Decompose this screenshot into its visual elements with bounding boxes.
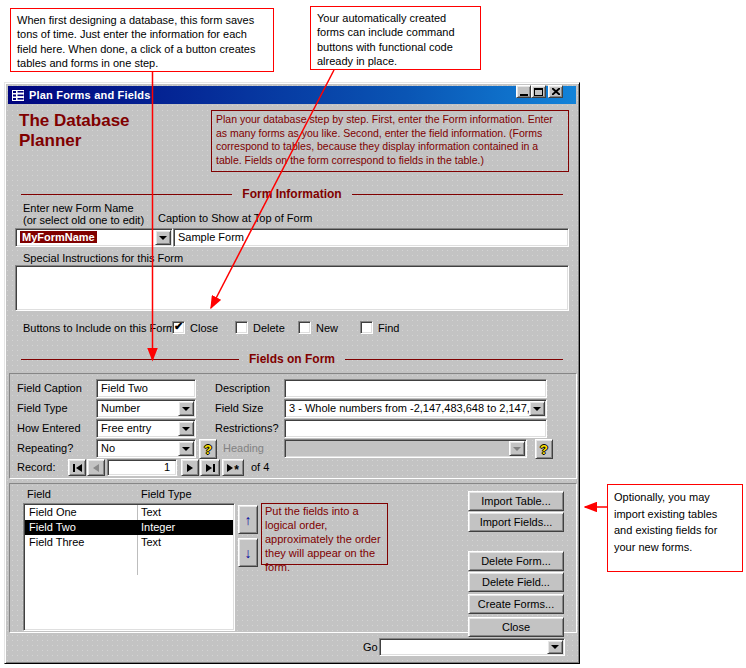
- field-size-value: 3 - Whole numbers from -2,147,483,648 to…: [289, 402, 529, 414]
- first-record-button[interactable]: [68, 459, 86, 476]
- section-fields-on-form: Fields on Form: [21, 352, 563, 366]
- arrow-down-icon: ↓: [245, 545, 252, 561]
- list-item[interactable]: Field One Text: [25, 505, 233, 520]
- form-name-label-2: (or select old one to edit): [23, 214, 144, 226]
- section-form-information: Form Information: [21, 187, 563, 201]
- close-window-button[interactable]: [548, 85, 563, 98]
- checkmark-icon: ✔: [174, 320, 183, 333]
- close-button[interactable]: Close: [468, 617, 564, 637]
- question-mark-icon: ?: [540, 442, 548, 457]
- last-record-icon: [206, 464, 212, 472]
- app-title: The Database Planner: [19, 111, 164, 150]
- caption-value: Sample Form: [178, 231, 244, 243]
- form-name-label: Enter new Form Name: [23, 202, 134, 214]
- find-checkbox-label: Find: [378, 322, 399, 334]
- record-number-value: 1: [164, 461, 170, 473]
- field-column-header: Field: [27, 488, 51, 500]
- question-mark-icon: ?: [204, 442, 212, 457]
- move-field-up-button[interactable]: ↑: [238, 505, 258, 534]
- close-icon: [552, 88, 560, 95]
- new-record-button[interactable]: *: [222, 459, 244, 476]
- delete-form-button[interactable]: Delete Form...: [468, 551, 564, 571]
- new-checkbox-label: New: [316, 322, 338, 334]
- record-count-label: of 4: [251, 461, 269, 473]
- delete-checkbox-label: Delete: [253, 322, 285, 334]
- repeating-combo[interactable]: No: [96, 439, 196, 458]
- create-forms-button[interactable]: Create Forms...: [468, 594, 564, 614]
- heading-help-button[interactable]: ?: [535, 439, 553, 459]
- minimize-icon: [520, 94, 528, 96]
- instructions-label: Special Instructions for this Form: [23, 252, 183, 264]
- move-field-down-button[interactable]: ↓: [238, 538, 258, 567]
- field-type-combo[interactable]: Number: [96, 399, 196, 418]
- chevron-down-icon: [509, 441, 525, 456]
- arrow-up-icon: ↑: [245, 512, 252, 528]
- maximize-icon: [534, 88, 543, 96]
- list-item[interactable]: Field Two Integer: [25, 520, 233, 535]
- field-type: Text: [141, 536, 161, 548]
- field-caption-input[interactable]: Field Two: [96, 379, 196, 398]
- heading-combo: [284, 439, 527, 458]
- chevron-down-icon[interactable]: [547, 640, 563, 654]
- new-checkbox[interactable]: ✔: [298, 321, 311, 334]
- form-name-value: MyFormName: [20, 231, 97, 243]
- callout-top-right: Your automatically created forms can inc…: [310, 6, 481, 70]
- heading-label: Heading: [223, 442, 264, 454]
- field-type-value: Number: [101, 402, 140, 414]
- buttons-include-label: Buttons to Include on this Form:: [23, 322, 178, 334]
- intro-description: Plan your database step by step. First, …: [211, 110, 569, 172]
- chevron-down-icon[interactable]: [529, 401, 545, 416]
- restrictions-label: Restrictions?: [215, 422, 279, 434]
- import-table-button[interactable]: Import Table...: [468, 491, 564, 511]
- field-name: Field One: [29, 506, 77, 518]
- chevron-down-icon[interactable]: [178, 401, 194, 416]
- field-size-label: Field Size: [215, 402, 263, 414]
- field-listbox[interactable]: Field One Text Field Two Integer Field T…: [23, 503, 235, 631]
- go-label: Go: [363, 641, 378, 653]
- go-combo[interactable]: [379, 638, 565, 656]
- last-record-button[interactable]: [200, 459, 220, 476]
- repeating-help-button[interactable]: ?: [199, 439, 217, 459]
- next-record-button[interactable]: [181, 459, 199, 476]
- how-entered-label: How Entered: [17, 422, 81, 434]
- window-title: Plan Forms and Fields: [29, 89, 151, 101]
- chevron-down-icon[interactable]: [178, 421, 194, 436]
- repeating-label: Repeating?: [17, 442, 73, 454]
- how-entered-value: Free entry: [101, 422, 151, 434]
- description-input[interactable]: [284, 379, 547, 398]
- how-entered-combo[interactable]: Free entry: [96, 419, 196, 438]
- record-number-input[interactable]: 1: [107, 459, 177, 476]
- field-type: Text: [141, 506, 161, 518]
- chevron-down-icon[interactable]: [155, 230, 171, 245]
- title-bar[interactable]: Plan Forms and Fields: [8, 86, 576, 104]
- delete-field-button[interactable]: Delete Field...: [468, 572, 564, 592]
- section-title: Form Information: [242, 187, 341, 201]
- form-icon: [11, 89, 25, 102]
- list-item[interactable]: Field Three Text: [25, 535, 233, 550]
- description-label: Description: [215, 382, 270, 394]
- section-title: Fields on Form: [249, 352, 335, 366]
- import-fields-button[interactable]: Import Fields...: [468, 512, 564, 532]
- field-size-combo[interactable]: 3 - Whole numbers from -2,147,483,648 to…: [284, 399, 547, 418]
- field-caption-label: Field Caption: [17, 382, 82, 394]
- callout-top-left: When first designing a database, this fo…: [10, 8, 274, 72]
- maximize-button[interactable]: [531, 85, 546, 98]
- repeating-value: No: [101, 442, 115, 454]
- new-record-icon: [227, 464, 233, 472]
- minimize-button[interactable]: [516, 85, 531, 98]
- field-type: Integer: [141, 521, 175, 533]
- field-type-label: Field Type: [17, 402, 68, 414]
- previous-record-button[interactable]: [87, 459, 105, 476]
- previous-record-icon: [93, 464, 99, 472]
- close-checkbox[interactable]: ✔: [172, 321, 185, 334]
- screenshot-canvas: When first designing a database, this fo…: [0, 0, 746, 668]
- instructions-textarea[interactable]: [15, 265, 569, 311]
- plan-forms-window: Plan Forms and Fields The Database Plann…: [4, 82, 580, 664]
- caption-input[interactable]: Sample Form: [173, 228, 569, 247]
- restrictions-input[interactable]: [284, 419, 547, 438]
- form-name-combo[interactable]: MyFormName: [15, 228, 173, 247]
- delete-checkbox[interactable]: ✔: [235, 321, 248, 334]
- find-checkbox[interactable]: ✔: [360, 321, 373, 334]
- field-name: Field Two: [29, 521, 76, 533]
- chevron-down-icon[interactable]: [178, 441, 194, 456]
